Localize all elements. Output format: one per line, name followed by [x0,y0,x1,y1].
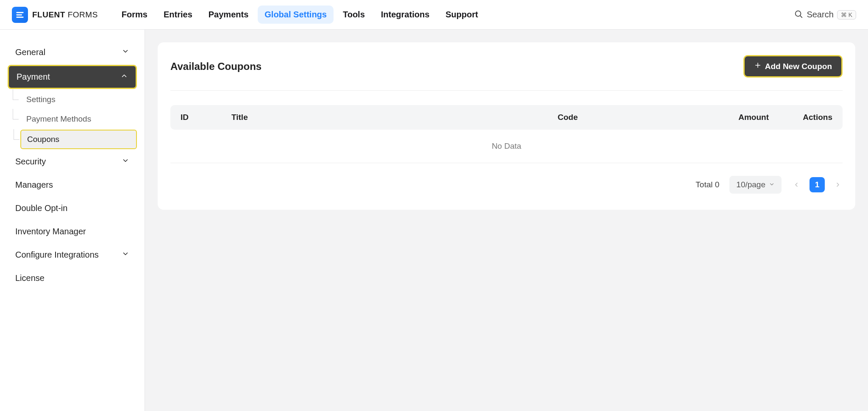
brand-mark-icon [12,7,28,23]
sidebar-item-label: Coupons [27,135,59,144]
sidebar-item-inventory-manager[interactable]: Inventory Manager [8,221,137,242]
nav-payments[interactable]: Payments [202,6,256,24]
chevron-down-icon [122,157,129,167]
col-actions: Actions [773,113,832,122]
sidebar-item-general[interactable]: General [8,42,137,63]
add-new-coupon-button[interactable]: Add New Coupon [743,55,843,78]
page-number-1[interactable]: 1 [810,177,825,192]
main-content: Available Coupons Add New Coupon ID Titl… [145,30,868,411]
primary-nav: Forms Entries Payments Global Settings T… [115,6,485,24]
col-amount: Amount [680,113,773,122]
sidebar-item-label: Double Opt-in [15,203,67,213]
pagination-total: Total 0 [696,180,719,189]
button-label: Add New Coupon [765,62,832,71]
sidebar-sub-coupons[interactable]: Coupons [20,130,137,149]
topbar-right: Search ⌘ K [794,9,856,20]
col-code: Code [456,113,680,122]
sidebar-sub-settings[interactable]: Settings [20,91,137,108]
brand-logo[interactable]: FLUENT FORMS [12,7,98,23]
sidebar-item-license[interactable]: License [8,267,137,289]
sidebar-item-label: Inventory Manager [15,227,86,236]
svg-point-0 [796,11,801,16]
settings-sidebar: General Payment Settings Payment Methods [0,30,145,411]
search-label[interactable]: Search [807,10,833,19]
coupons-card: Available Coupons Add New Coupon ID Titl… [158,42,855,210]
search-icon[interactable] [794,9,803,20]
sidebar-item-label: Payment Methods [26,114,91,123]
sidebar-item-label: Configure Integrations [15,250,99,260]
plus-icon [754,61,762,71]
table-header: ID Title Code Amount Actions [170,105,843,130]
sidebar-item-security[interactable]: Security [8,151,137,172]
sidebar-item-label: Payment [17,72,50,82]
sidebar-item-label: Security [15,157,46,167]
sidebar-item-label: Settings [26,95,56,104]
brand-bold: FLUENT [32,10,65,19]
prev-page-button[interactable] [792,180,801,189]
col-title: Title [231,113,456,122]
sidebar-item-managers[interactable]: Managers [8,174,137,196]
pagination-nav: 1 [792,177,843,192]
sidebar-item-label: Managers [15,180,53,190]
page-size-label: 10/page [736,180,765,189]
sidebar-payment-sub: Settings Payment Methods Coupons [8,91,137,149]
nav-entries[interactable]: Entries [157,6,199,24]
chevron-down-icon [122,47,129,57]
card-header: Available Coupons Add New Coupon [170,55,843,91]
page-title: Available Coupons [170,61,262,72]
page-size-select[interactable]: 10/page [729,176,782,194]
nav-global-settings[interactable]: Global Settings [258,6,334,24]
nav-forms[interactable]: Forms [115,6,154,24]
nav-tools[interactable]: Tools [336,6,372,24]
col-id: ID [181,113,231,122]
sidebar-item-configure-integrations[interactable]: Configure Integrations [8,244,137,266]
table-empty-state: No Data [170,130,843,163]
next-page-button[interactable] [833,180,843,189]
chevron-up-icon [120,72,128,82]
top-navigation: FLUENT FORMS Forms Entries Payments Glob… [0,0,868,30]
chevron-down-icon [122,250,129,260]
pagination: Total 0 10/page 1 [170,176,843,194]
search-shortcut: ⌘ K [837,10,856,19]
nav-integrations[interactable]: Integrations [374,6,436,24]
coupons-table: ID Title Code Amount Actions No Data [170,105,843,163]
sidebar-item-label: General [15,47,45,57]
sidebar-item-double-optin[interactable]: Double Opt-in [8,197,137,219]
chevron-down-icon [769,180,775,189]
sidebar-sub-payment-methods[interactable]: Payment Methods [20,110,137,128]
sidebar-item-label: License [15,273,45,283]
brand-light: FORMS [65,10,98,19]
brand-text: FLUENT FORMS [32,10,98,19]
sidebar-item-payment[interactable]: Payment [8,65,137,89]
nav-support[interactable]: Support [439,6,485,24]
